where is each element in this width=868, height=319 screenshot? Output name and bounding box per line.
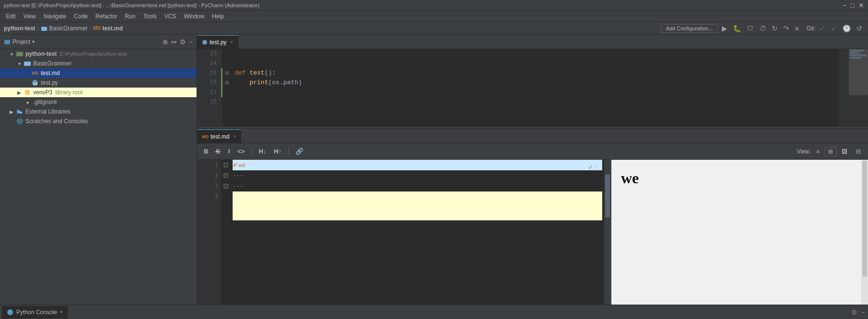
md-tab-bar: MD test.md × (197, 129, 868, 143)
minimize-sidebar-icon[interactable]: − (189, 38, 193, 46)
breadcrumb-file[interactable]: test.md (102, 25, 123, 32)
locate-icon[interactable]: ⊕ (162, 38, 168, 46)
scroll-icon[interactable]: ⇔ (171, 38, 177, 46)
md-editor: MD test.md × B S̶ I <> H↓ H↑ 🔗 View: ≡ (197, 129, 868, 305)
md-dots-line2: ··· (233, 170, 243, 181)
md-view-split-button[interactable]: ⊞ (825, 147, 836, 156)
bottom-minimize-button[interactable]: − (860, 307, 866, 317)
sidebar-item-basicgrammer[interactable]: ▾ BasicGrammer (0, 59, 197, 68)
svg-point-12 (202, 40, 207, 45)
git-rollback-button[interactable]: ↺ (855, 24, 864, 33)
external-libraries-icon (15, 108, 24, 115)
stop-button[interactable]: ■ (793, 24, 801, 33)
svg-rect-6 (25, 90, 30, 95)
sidebar-title-area: Project ▾ (4, 38, 35, 45)
md-source-content[interactable]: # we ✓ ⋮ ··· ··· (231, 160, 604, 305)
menu-view[interactable]: View (20, 12, 40, 21)
md-preview-scrollbar[interactable] (861, 160, 868, 305)
menu-refactor[interactable]: Refactor (92, 12, 121, 21)
tab-test-py[interactable]: test.py × (197, 35, 238, 49)
sidebar-item-external-libraries[interactable]: ▶ External Libraries (0, 107, 197, 116)
md-h-up-button[interactable]: H↑ (271, 147, 285, 156)
menu-vcs[interactable]: VCS (161, 12, 180, 21)
md-italic-button[interactable]: I (225, 147, 233, 156)
python-console-tab[interactable]: Python Console × (2, 306, 68, 319)
breadcrumb-project[interactable]: python-test (4, 25, 35, 32)
fold-print-icon[interactable]: ⊟ (223, 78, 231, 88)
git-check-blue[interactable]: ✓ (829, 24, 839, 33)
menu-help[interactable]: Help (208, 12, 228, 21)
fold-def-icon[interactable]: ⊟ (223, 68, 231, 78)
breadcrumb-folder[interactable]: BasicGrammer (49, 25, 87, 32)
md-fold-icon (223, 163, 228, 167)
md-view-vertical-button[interactable]: ⊟ (853, 147, 864, 156)
sidebar-item-gitignore[interactable]: ▶ ⬥ .gitignore (0, 97, 197, 107)
md-line-num-2: 2 (200, 170, 218, 181)
md-source-scroll-thumb (605, 174, 610, 217)
settings-icon[interactable]: ⚙ (180, 38, 186, 46)
tab-test-md[interactable]: MD test.md × (197, 129, 241, 143)
code-content[interactable]: def test(): print(os.path) (231, 49, 839, 126)
md-view-preview-button[interactable]: 🖼 (838, 147, 851, 156)
tab-test-py-close[interactable]: × (230, 39, 233, 45)
line-numbers: 13 14 15 16 17 18 (197, 49, 221, 126)
svg-rect-9 (20, 112, 22, 114)
md-view-label: View: (797, 148, 811, 155)
folder-icon-python-test (15, 50, 24, 58)
add-configuration-button[interactable]: Add Configuration... (661, 24, 718, 33)
menu-code[interactable]: Code (70, 12, 92, 21)
menu-tools[interactable]: Tools (139, 12, 161, 21)
menu-window[interactable]: Window (180, 12, 209, 21)
line-num-16: 16 (201, 78, 217, 88)
close-button[interactable]: ✕ (858, 1, 864, 9)
profile-button[interactable]: ⏱ (757, 24, 768, 33)
md-link-button[interactable]: 🔗 (293, 147, 306, 156)
menu-bar: Edit View Navigate Code Refactor Run Too… (0, 11, 868, 22)
sidebar-content: ▾ python-test E:\PythonProject\python-te… (0, 49, 197, 305)
md-source-line-1: # we ✓ ⋮ (233, 160, 602, 170)
scratches-icon (15, 117, 24, 125)
git-history-button[interactable]: 🕐 (841, 24, 853, 33)
md-strikethrough-button[interactable]: S̶ (213, 147, 223, 156)
sidebar-item-test-py[interactable]: ▶ py test.py (0, 78, 197, 88)
sidebar-label-test-md: test.md (41, 70, 60, 77)
sidebar-item-scratches[interactable]: ▶ Scratches and Consoles (0, 116, 197, 126)
debug-button[interactable]: 🐛 (731, 24, 743, 33)
menu-navigate[interactable]: Navigate (39, 12, 70, 21)
md-h-down-button[interactable]: H↓ (256, 147, 269, 156)
run-button[interactable]: ▶ (720, 24, 729, 33)
python-console-close[interactable]: × (60, 309, 63, 315)
md-toolbar-sep2 (288, 147, 289, 156)
line-num-15: 15 (201, 68, 217, 78)
md-source-scrollbar[interactable] (604, 160, 611, 305)
menu-edit[interactable]: Edit (2, 12, 20, 21)
maximize-button[interactable]: □ (851, 1, 855, 9)
tab-test-md-close[interactable]: × (233, 134, 236, 139)
step-over-button[interactable]: ↷ (781, 24, 791, 33)
venv-icon (23, 89, 32, 96)
bottom-gear-button[interactable]: ⚙ (850, 307, 858, 317)
sidebar-header: Project ▾ ⊕ ⇔ ⚙ − (0, 35, 197, 49)
title-text: python-test [E:\PythonProject\python-tes… (4, 2, 260, 8)
reload-button[interactable]: ↻ (770, 24, 780, 33)
menu-run[interactable]: Run (121, 12, 139, 21)
md-icon-breadcrumb: MD (93, 26, 101, 31)
md-code-button[interactable]: <> (235, 147, 248, 156)
sidebar-item-test-md[interactable]: ▶ MD test.md (0, 68, 197, 78)
md-source-line-4[interactable] (233, 191, 602, 220)
python-console-label: Python Console (16, 309, 57, 316)
minimize-button[interactable]: − (843, 1, 846, 9)
coverage-button[interactable]: 🛡 (745, 24, 756, 33)
md-view-list-button[interactable]: ≡ (813, 147, 823, 156)
git-check-green[interactable]: ✓ (818, 24, 827, 33)
sidebar-dropdown-icon[interactable]: ▾ (32, 39, 35, 44)
sidebar: Project ▾ ⊕ ⇔ ⚙ − ▾ python-test E:\Pytho… (0, 35, 197, 305)
sidebar-label-gitignore: .gitignore (33, 99, 57, 105)
sidebar-title-label: Project (12, 38, 30, 45)
sidebar-item-python-test[interactable]: ▾ python-test E:\PythonProject\python-te… (0, 49, 197, 59)
code-line-13 (235, 49, 835, 59)
sidebar-item-venvp3[interactable]: ▶ venvP3 library root (0, 88, 197, 97)
md-bold-button[interactable]: B (201, 147, 211, 156)
md-source-line-3: ··· (233, 181, 602, 191)
title-bar: python-test [E:\PythonProject\python-tes… (0, 0, 868, 11)
